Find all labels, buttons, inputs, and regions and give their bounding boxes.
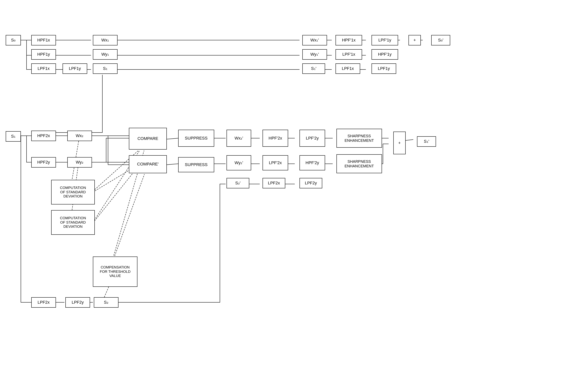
wy2-block: Wy₂ [67, 157, 92, 168]
s1p-box-block: S₁' [302, 63, 325, 74]
wy2p-block: Wy₂' [226, 155, 251, 170]
comp-thresh-block: COMPENSATIONFOR THRESHOLDVALUE [93, 257, 138, 287]
wy1p-block: Wy₁' [302, 49, 327, 60]
wx2-block: Wx₂ [67, 131, 92, 141]
lpf1y-r-block: LPF'1y [371, 35, 398, 45]
s2p-block: S₂' [226, 178, 249, 188]
s1-in-block: S₁ [6, 131, 21, 142]
hpf2y-block: HPF2y [31, 157, 56, 168]
wx1p-block: Wx₁' [302, 35, 327, 45]
s1-box-block: S₁ [93, 63, 117, 74]
s0p-block: S₀' [431, 35, 450, 45]
lpf2x-block: LPF2x [31, 297, 56, 308]
lpf2x-r-block: LPF'2x [262, 155, 288, 170]
lpf1x-r-block: LPF'1x [335, 49, 362, 60]
sharp2-block: SHARPNESSENHANCEMENT [336, 154, 382, 173]
plus1-block: + [408, 35, 421, 45]
comp-std2-block: COMPUTATIONOF STANDARDDEVIATION [51, 210, 95, 235]
lpf1x-r2-block: LPF1x [335, 63, 360, 74]
lpf2y-r2-block: LPF2y [299, 178, 322, 188]
s2-block: S₂ [94, 297, 118, 308]
suppress2-block: SUPPRESS [178, 157, 214, 172]
hpf2y-r-block: HPF'2y [299, 155, 325, 170]
svg-line-45 [115, 174, 145, 256]
svg-line-22 [167, 164, 178, 165]
hpf1y-block: HPF1y [31, 49, 56, 60]
plus2-block: + [393, 132, 406, 154]
hpf1y-r-block: HPF'1y [371, 49, 398, 60]
hpf2x-block: HPF2x [31, 131, 56, 141]
lpf2y-block: LPF2y [65, 297, 90, 308]
hpf2x-r-block: HPF'2x [262, 130, 288, 147]
compare2-block: COMPARE' [129, 155, 167, 173]
lpf1y-r2-block: LPF1y [371, 63, 396, 74]
lpf2x-r2-block: LPF2x [262, 178, 285, 188]
wy1-block: Wy₁ [93, 49, 117, 60]
diagram: S₀ HPF1x HPF1y LPF1x LPF1y Wx₁ Wy₁ S₁ Wx… [0, 0, 588, 365]
sharp1-block: SHARPNESSENHANCEMENT [336, 129, 382, 148]
s1p-out-block: S₁' [417, 136, 436, 147]
s0-block: S₀ [6, 35, 21, 45]
suppress1-block: SUPPRESS [178, 130, 214, 147]
hpf1x-block: HPF1x [31, 35, 56, 45]
svg-line-43 [93, 165, 139, 223]
wx1-block: Wx₁ [93, 35, 117, 45]
hpf1x-r-block: HPF'1x [335, 35, 362, 45]
wx2p-block: Wx₂' [226, 130, 251, 147]
svg-line-21 [167, 138, 178, 139]
lpf1x-block: LPF1x [31, 63, 56, 74]
comp-std1-block: COMPUTATIONOF STANDARDDEVIATION [51, 180, 95, 204]
lpf1y-a-block: LPF1y [63, 63, 87, 74]
compare1-block: COMPARE [129, 128, 167, 150]
lpf2y-r-block: LPF'2y [299, 130, 325, 147]
